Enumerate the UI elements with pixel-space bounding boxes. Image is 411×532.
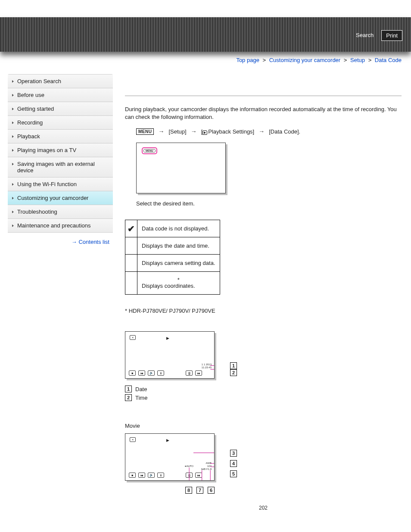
opt-off: Data code is not displayed.	[137, 220, 220, 237]
sidebar-item-wifi[interactable]: Using the Wi-Fi function	[8, 177, 113, 191]
opt-camera-data: Displays camera setting data.	[137, 255, 220, 272]
figure-date-time: × ▶ 1 1 2013 11:23:45 ■ ⏮ 🔉 ⏸ 🗑 ⏭	[125, 331, 402, 401]
callout-1: 1	[230, 362, 237, 369]
breadcrumb-l2[interactable]: Setup	[350, 57, 365, 63]
callout-6: 6	[208, 487, 215, 494]
menu-highlight: MENU	[142, 147, 157, 154]
legend-time: Time	[135, 395, 147, 401]
lcd-illustration: MENU	[136, 143, 226, 193]
vol-icon: 🔉	[148, 473, 155, 478]
sidebar-item-playback[interactable]: Playback	[8, 130, 113, 143]
callout-5: 5	[230, 470, 237, 477]
trash-icon: 🗑	[186, 370, 193, 376]
lcd-movie: × ▶ AWB 100 9dB F1.8 ●AUTO ■ ⏮ 🔉 ⏸	[125, 433, 215, 481]
intro-text: During playback, your camcorder displays…	[125, 106, 402, 121]
breadcrumb: Top page > Customizing your camcorder > …	[0, 52, 411, 74]
legend-num-1: 1	[125, 386, 132, 392]
arrow-icon: →	[258, 128, 265, 135]
prev-icon: ⏮	[138, 370, 145, 376]
stop-icon: ■	[129, 370, 136, 376]
play-icon: ▶	[166, 336, 169, 340]
cam-db: 9dB	[201, 468, 206, 470]
sidebar-item-before-use[interactable]: Before use	[8, 88, 113, 102]
breadcrumb-l1[interactable]: Customizing your camcorder	[269, 57, 340, 63]
print-button[interactable]: Print	[381, 30, 402, 41]
callout-8: 8	[185, 487, 192, 494]
path-data-code: [Data Code].	[269, 128, 300, 135]
options-table: ✔ Data code is not displayed. Displays t…	[125, 220, 220, 295]
select-instruction: Select the desired item.	[136, 200, 402, 207]
opt-date-time: Displays the date and time.	[137, 237, 220, 255]
callout-7: 7	[196, 487, 203, 494]
menu-icon: MENU	[136, 128, 154, 135]
check-icon: ✔	[128, 224, 135, 233]
close-icon: ×	[130, 437, 136, 442]
divider	[125, 96, 402, 96]
trash-icon: 🗑	[186, 473, 193, 478]
contents-list-label: Contents list	[78, 239, 109, 245]
sidebar-item-troubleshooting[interactable]: Troubleshooting	[8, 205, 113, 219]
cam-auto: AUTO	[186, 465, 193, 467]
breadcrumb-top[interactable]: Top page	[236, 57, 259, 63]
sidebar-item-customizing[interactable]: Customizing your camcorder	[8, 191, 113, 205]
pause-icon: ⏸	[157, 370, 164, 376]
sidebar-item-maintenance[interactable]: Maintenance and precautions	[8, 219, 113, 233]
path-playback-settings: [Playback Settings]	[201, 128, 255, 135]
page-number: 202	[125, 505, 402, 511]
menu-path: MENU → [Setup] → [Playback Settings] → […	[136, 128, 402, 135]
legend-num-2: 2	[125, 394, 132, 401]
next-icon: ⏭	[195, 370, 202, 376]
arrow-icon: →	[158, 128, 164, 135]
play-icon: ▶	[166, 438, 169, 442]
sidebar-item-saving-external[interactable]: Saving images with an external device	[8, 157, 113, 177]
next-icon: ⏭	[195, 473, 202, 478]
info-time: 11:23:45	[202, 366, 212, 369]
callout-3: 3	[230, 450, 237, 457]
sidebar-nav: Operation Search Before use Getting star…	[8, 74, 113, 233]
arrow-icon: →	[191, 128, 197, 135]
vol-icon: 🔉	[148, 370, 155, 376]
callout-2: 2	[230, 369, 237, 376]
pause-icon: ⏸	[157, 473, 164, 478]
menu-highlight-inner: MENU	[143, 149, 156, 152]
callout-4: 4	[230, 460, 237, 467]
legend-date: Date	[135, 386, 147, 392]
sidebar-item-playing-tv[interactable]: Playing images on a TV	[8, 143, 113, 157]
cam-iso: 100	[201, 465, 212, 468]
opt-coordinates: * Displays coordinates.	[137, 272, 220, 295]
footnote: * HDR-PJ780VE/ PJ790V/ PJ790VE	[125, 308, 402, 314]
close-icon: ×	[130, 335, 136, 340]
contents-list-link[interactable]: → Contents list	[8, 233, 113, 245]
stop-icon: ■	[129, 473, 136, 478]
arrow-right-icon: →	[72, 239, 77, 245]
info-date: 1 1 2013	[202, 363, 212, 366]
sidebar-item-recording[interactable]: Recording	[8, 116, 113, 130]
figure-movie: Movie × ▶ AWB 100 9dB F1.8 ●AUTO ■ ⏮	[125, 423, 402, 511]
cam-f: F1.8	[206, 468, 212, 470]
breadcrumb-l3[interactable]: Data Code	[375, 57, 402, 63]
path-setup: [Setup]	[168, 128, 186, 135]
prev-icon: ⏮	[138, 473, 145, 478]
header-bar: Search Print	[0, 17, 411, 52]
sidebar-item-getting-started[interactable]: Getting started	[8, 102, 113, 116]
playback-icon	[202, 131, 207, 135]
cam-awb: AWB	[201, 462, 212, 465]
star-marker: *	[142, 277, 215, 283]
opt-coordinates-label: Displays coordinates.	[142, 283, 215, 289]
search-button[interactable]: Search	[352, 30, 378, 41]
sidebar-item-operation-search[interactable]: Operation Search	[8, 75, 113, 88]
movie-heading: Movie	[125, 423, 402, 429]
lcd-date-time: × ▶ 1 1 2013 11:23:45 ■ ⏮ 🔉 ⏸ 🗑 ⏭	[125, 331, 215, 379]
